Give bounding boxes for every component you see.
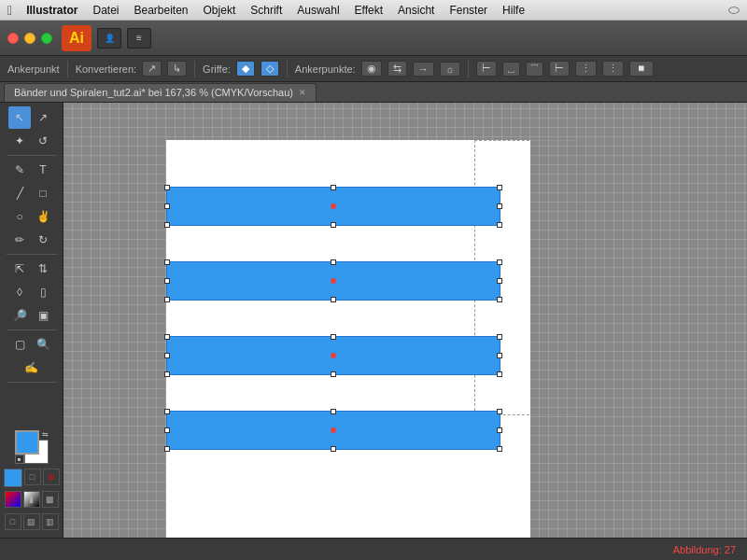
handle-bl-4[interactable] [164, 446, 170, 452]
none-btn[interactable]: ⊘ [43, 469, 60, 485]
handle-mr-1[interactable] [497, 203, 502, 209]
tab-close-btn[interactable]: ✕ [299, 88, 306, 97]
menu-datei[interactable]: Datei [86, 3, 125, 18]
align-btn2[interactable]: ⎵ [502, 62, 520, 77]
convert-btn2[interactable]: ↳ [167, 61, 187, 77]
document-tab[interactable]: Bänder und Spiralen_tut2.ai* bei 167,36 … [4, 83, 317, 102]
pen-tool[interactable]: ✎ [8, 159, 31, 181]
align-btn3[interactable]: ⎴ [526, 62, 543, 77]
canvas-area[interactable] [63, 103, 747, 538]
handle-tl-3[interactable] [164, 334, 170, 340]
handle-bm-2[interactable] [331, 297, 336, 302]
menu-illustrator[interactable]: Illustrator [20, 3, 84, 18]
scale-tool[interactable]: ⇱ [8, 258, 31, 280]
handle-tm-4[interactable] [331, 409, 336, 414]
screen-btn[interactable]: □ [5, 513, 21, 530]
handle-ml-1[interactable] [164, 203, 170, 209]
pencil-tool[interactable]: ✏ [8, 229, 31, 251]
menu-objekt[interactable]: Objekt [197, 3, 243, 18]
gradient-fill-btn[interactable]: ▮ [23, 491, 40, 508]
direct-select-tool[interactable]: ↗ [32, 106, 54, 129]
blue-rect-4[interactable] [166, 411, 500, 450]
blend-tool[interactable]: ◊ [8, 281, 31, 303]
eyedropper-tool[interactable]: 🔎 [8, 304, 31, 327]
slice-tool[interactable]: ▢ [8, 333, 31, 356]
swap-colors-btn[interactable]: ⇆ [42, 430, 49, 439]
brush-tool[interactable]: ✌ [32, 205, 54, 228]
handle-tl-1[interactable] [164, 185, 170, 190]
text-tool[interactable]: T [32, 159, 54, 181]
handle-tr-1[interactable] [497, 185, 502, 190]
select-tool[interactable]: ↖ [8, 106, 31, 129]
handle-tl-4[interactable] [164, 409, 170, 414]
handle-br-1[interactable] [497, 222, 502, 228]
handle-mr-4[interactable] [497, 427, 502, 433]
presentation-btn[interactable]: ▥ [42, 513, 59, 530]
apple-menu[interactable]:  [7, 3, 12, 18]
align-btn6[interactable]: ⋮ [602, 61, 624, 77]
foreground-color-swatch[interactable] [15, 430, 39, 455]
handle-tr-2[interactable] [497, 259, 502, 265]
handle-tm-1[interactable] [331, 185, 336, 190]
menu-ansicht[interactable]: Ansicht [391, 3, 441, 18]
warp-tool[interactable]: ⇅ [32, 258, 54, 280]
measure-tool[interactable]: ▣ [32, 304, 54, 327]
reset-colors-btn[interactable]: ■ [15, 455, 24, 464]
handle-tm-3[interactable] [331, 334, 336, 340]
griffe-btn2[interactable]: ◇ [261, 61, 279, 77]
handle-tl-2[interactable] [164, 259, 170, 265]
line-tool[interactable]: ╱ [8, 182, 31, 204]
close-button[interactable] [7, 33, 19, 44]
magic-wand-tool[interactable]: ✦ [8, 130, 31, 152]
fill-btn[interactable] [4, 469, 22, 487]
maximize-button[interactable] [41, 33, 52, 44]
handle-tr-4[interactable] [497, 409, 502, 414]
hand-tool[interactable]: ✍ [21, 357, 43, 379]
ankerpunkte-btn2[interactable]: ⇆ [388, 61, 407, 77]
minimize-button[interactable] [24, 33, 35, 44]
ankerpunkte-btn3[interactable]: → [413, 62, 434, 77]
align-btn5[interactable]: ⋮ [575, 61, 597, 77]
stroke-btn[interactable]: □ [24, 469, 41, 485]
rect-tool[interactable]: □ [32, 182, 54, 204]
handle-br-2[interactable] [497, 297, 502, 302]
menu-hilfe[interactable]: Hilfe [496, 3, 531, 18]
lasso-tool[interactable]: ↺ [32, 130, 54, 152]
handle-bm-4[interactable] [331, 446, 336, 452]
handle-br-3[interactable] [497, 371, 502, 377]
handle-mr-3[interactable] [497, 353, 502, 358]
handle-bm-3[interactable] [331, 371, 336, 377]
align-btn4[interactable]: ⊢ [549, 61, 570, 77]
pattern-btn[interactable]: ▩ [42, 491, 59, 508]
menu-bearbeiten[interactable]: Bearbeiten [127, 3, 194, 18]
artboard-btn[interactable]: ▨ [23, 513, 40, 530]
menu-fenster[interactable]: Fenster [443, 3, 494, 18]
griffe-btn1[interactable]: ◆ [236, 61, 255, 77]
handle-bl-3[interactable] [164, 371, 170, 377]
handle-bl-2[interactable] [164, 297, 170, 302]
handle-bl-1[interactable] [164, 222, 170, 228]
handle-bm-1[interactable] [331, 222, 336, 228]
handle-tr-3[interactable] [497, 334, 502, 340]
gradient-tool[interactable]: ▯ [32, 281, 54, 303]
handle-ml-4[interactable] [164, 427, 170, 433]
blue-rect-2[interactable] [166, 261, 500, 301]
handle-tm-2[interactable] [331, 259, 336, 265]
align-btn1[interactable]: ⊢ [476, 61, 497, 77]
color-btn[interactable] [5, 491, 21, 508]
handle-ml-2[interactable] [164, 278, 170, 284]
blue-rect-1[interactable] [166, 187, 500, 226]
blue-rect-3[interactable] [166, 336, 500, 375]
convert-btn1[interactable]: ↗ [142, 61, 162, 77]
handle-mr-2[interactable] [497, 278, 502, 284]
ellipse-tool[interactable]: ○ [8, 205, 31, 228]
menu-auswahl[interactable]: Auswahl [290, 3, 345, 18]
menu-effekt[interactable]: Effekt [348, 3, 389, 18]
zoom-tool[interactable]: 🔍 [32, 333, 54, 356]
rotate-tool[interactable]: ↻ [32, 229, 54, 251]
handle-br-4[interactable] [497, 446, 502, 452]
align-btn7[interactable]: ◽ [629, 61, 654, 77]
menu-schrift[interactable]: Schrift [244, 3, 289, 18]
ankerpunkte-btn1[interactable]: ◉ [361, 61, 382, 77]
handle-ml-3[interactable] [164, 353, 170, 358]
